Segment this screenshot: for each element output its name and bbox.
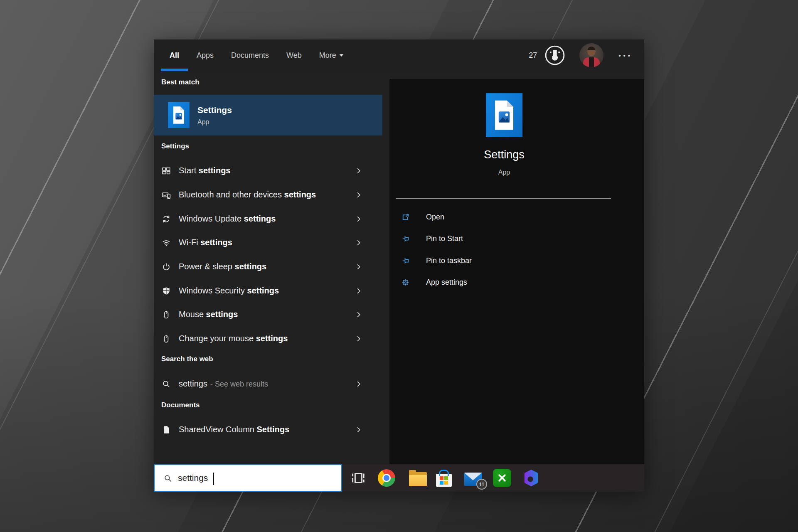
best-match-title: Settings <box>197 105 232 116</box>
tab-documents[interactable]: Documents <box>231 51 269 60</box>
result-sharedview-column-settings[interactable]: SharedView Column Settings <box>154 418 382 441</box>
tab-all[interactable]: All <box>170 51 179 60</box>
chevron-right-icon[interactable] <box>355 380 363 388</box>
section-search-the-web: Search the web <box>161 355 213 364</box>
open-icon <box>401 213 410 222</box>
security-shield-icon <box>162 286 171 296</box>
chevron-right-icon[interactable] <box>355 287 363 295</box>
chrome-icon[interactable] <box>377 469 396 487</box>
section-documents: Documents <box>161 401 200 410</box>
pin-icon <box>401 256 410 265</box>
filter-tabs: All Apps Documents Web More <box>170 39 344 71</box>
result-change-mouse-settings[interactable]: Change your mouse settings <box>154 327 382 350</box>
mail-icon[interactable]: 11 <box>464 469 482 487</box>
chevron-right-icon[interactable] <box>355 239 363 247</box>
chevron-right-icon[interactable] <box>355 426 363 434</box>
taskbar-search-box[interactable] <box>154 464 342 492</box>
task-view-icon[interactable] <box>349 469 367 487</box>
section-settings: Settings <box>161 142 189 151</box>
chevron-right-icon[interactable] <box>355 335 363 343</box>
search-input[interactable] <box>178 465 315 491</box>
chevron-down-icon <box>339 54 344 57</box>
section-best-match: Best match <box>161 78 200 87</box>
settings-app-icon <box>167 102 190 128</box>
active-tab-underline <box>161 69 188 71</box>
chevron-right-icon[interactable] <box>355 191 363 199</box>
more-options-icon[interactable]: ••• <box>618 52 633 59</box>
microsoft-365-icon[interactable] <box>522 469 540 487</box>
tab-more[interactable]: More <box>319 51 344 60</box>
tab-web[interactable]: Web <box>286 51 302 60</box>
chevron-right-icon[interactable] <box>355 215 363 223</box>
preview-divider <box>396 198 611 199</box>
mouse-icon <box>162 334 171 343</box>
action-pin-to-taskbar[interactable]: Pin to taskbar <box>389 250 622 271</box>
power-icon <box>162 262 171 271</box>
result-windows-security-settings[interactable]: Windows Security settings <box>154 279 382 303</box>
best-match-result-settings[interactable]: Settings App <box>154 95 382 135</box>
result-bluetooth-devices-settings[interactable]: Bluetooth and other devices settings <box>154 183 382 207</box>
wifi-icon <box>162 238 171 247</box>
microsoft-store-icon[interactable] <box>435 469 453 487</box>
search-icon <box>164 474 172 483</box>
preview-subtitle: App <box>389 169 619 176</box>
result-web-search[interactable]: settings- See web results <box>154 372 382 396</box>
preview-pane: Settings App Open Pin to Start <box>389 79 644 464</box>
settings-app-icon-large <box>486 93 522 138</box>
document-icon <box>162 425 171 434</box>
result-windows-update-settings[interactable]: Windows Update settings <box>154 207 382 231</box>
mail-badge: 11 <box>476 479 487 490</box>
update-sync-icon <box>162 214 171 224</box>
gear-icon <box>401 278 410 287</box>
preview-title: Settings <box>389 148 619 161</box>
devices-icon <box>162 190 171 200</box>
action-open[interactable]: Open <box>389 206 622 228</box>
search-flyout-panel: All Apps Documents Web More 27 <box>154 39 644 492</box>
tab-apps[interactable]: Apps <box>197 51 214 60</box>
header-right-cluster: 27 ••• <box>529 39 633 71</box>
mouse-icon <box>162 310 171 319</box>
action-pin-to-start[interactable]: Pin to Start <box>389 228 622 249</box>
result-start-settings[interactable]: Start settings <box>154 159 382 182</box>
file-explorer-icon[interactable] <box>409 469 427 487</box>
action-app-settings[interactable]: App settings <box>389 271 622 293</box>
chevron-right-icon[interactable] <box>355 263 363 271</box>
rewards-points: 27 <box>529 51 537 60</box>
xbox-icon[interactable] <box>493 469 511 487</box>
taskbar: 11 <box>154 464 644 492</box>
chevron-right-icon[interactable] <box>355 310 363 319</box>
pin-icon <box>401 234 410 243</box>
search-header: All Apps Documents Web More 27 <box>154 39 644 72</box>
text-caret <box>213 473 214 485</box>
start-tiles-icon <box>162 166 171 175</box>
result-power-sleep-settings[interactable]: Power & sleep settings <box>154 255 382 278</box>
result-wifi-settings[interactable]: Wi-Fi settings <box>154 231 382 254</box>
result-mouse-settings[interactable]: Mouse settings <box>154 303 382 326</box>
user-avatar[interactable] <box>579 43 603 67</box>
search-icon <box>162 379 171 389</box>
best-match-subtitle: App <box>197 118 232 126</box>
rewards-medal-icon[interactable] <box>544 45 565 66</box>
chevron-right-icon[interactable] <box>355 167 363 175</box>
